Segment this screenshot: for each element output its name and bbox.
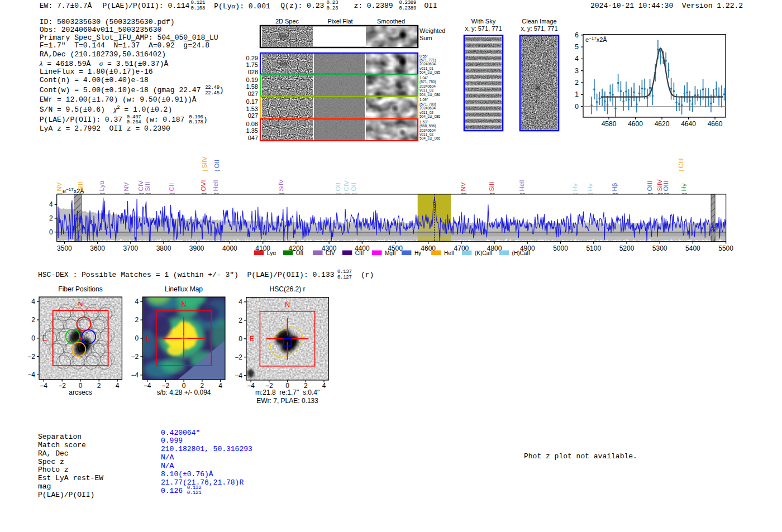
svg-text:2: 2	[97, 382, 101, 390]
svg-text:5100: 5100	[586, 245, 601, 252]
svg-text:2: 2	[135, 316, 139, 324]
svg-text:3: 3	[575, 67, 579, 75]
svg-text:{Hβ: {Hβ	[611, 183, 618, 194]
svg-text:4640: 4640	[681, 120, 696, 128]
svg-text:{CIV: {CIV	[343, 180, 350, 194]
svg-text:3500: 3500	[57, 245, 72, 252]
svg-text:4600: 4600	[628, 120, 643, 128]
svg-text:−2: −2	[58, 382, 66, 390]
svg-text:4660: 4660	[708, 120, 723, 128]
svg-text:N: N	[78, 300, 83, 308]
svg-text:−4: −4	[235, 372, 242, 380]
svg-text:0: 0	[31, 334, 35, 342]
svg-text:4620: 4620	[655, 120, 670, 128]
svg-text:+: +	[79, 335, 82, 342]
svg-text:{CII: {CII	[168, 183, 175, 194]
svg-text:0: 0	[135, 334, 139, 342]
svg-text:−4: −4	[144, 382, 151, 390]
svg-text:{SiII: {SiII	[144, 182, 151, 194]
svg-text:5: 5	[575, 43, 579, 51]
svg-text:0: 0	[575, 103, 579, 111]
svg-text:{HeII: {HeII	[212, 179, 219, 194]
svg-text:E: E	[42, 334, 47, 342]
svg-text:4: 4	[575, 55, 579, 63]
svg-text:{Lyα: {Lyα	[98, 180, 105, 194]
svg-text:−4: −4	[131, 371, 139, 379]
svg-text:−4: −4	[27, 371, 35, 378]
svg-text:−2: −2	[131, 353, 139, 361]
svg-text:{CIV: {CIV	[137, 180, 144, 194]
svg-text:{SiIV: {SiIV	[278, 179, 284, 194]
svg-text:{HeII: {HeII	[518, 179, 525, 194]
svg-text:{OII: {OII	[350, 183, 357, 194]
svg-text:0: 0	[49, 228, 53, 236]
svg-text:(H)CaII: (H)CaII	[512, 250, 530, 256]
svg-text:N: N	[285, 301, 290, 309]
svg-text:e−17x2Å: e−17x2Å	[585, 35, 607, 43]
svg-text:2: 2	[239, 317, 242, 324]
svg-text:3800: 3800	[156, 245, 171, 252]
svg-text:(K)CaII: (K)CaII	[475, 250, 493, 256]
svg-text:4: 4	[116, 382, 120, 390]
svg-text:−2: −2	[235, 353, 242, 361]
svg-text:{OVI: {OVI	[200, 180, 207, 194]
svg-text:OII: OII	[296, 250, 303, 256]
svg-text:Hγ: Hγ	[414, 250, 421, 256]
svg-text:−4: −4	[247, 382, 255, 390]
svg-text:4: 4	[135, 298, 139, 305]
svg-text:4: 4	[49, 200, 53, 208]
svg-text:2: 2	[31, 316, 35, 324]
svg-text:5500: 5500	[718, 245, 733, 252]
svg-text:−4: −4	[40, 382, 47, 390]
svg-text:3600: 3600	[90, 245, 105, 252]
svg-text:5400: 5400	[685, 245, 700, 252]
svg-text:0: 0	[239, 335, 242, 343]
svg-text:E: E	[146, 334, 150, 342]
svg-text:MgII: MgII	[385, 250, 395, 256]
svg-text:6: 6	[575, 31, 579, 39]
svg-text:3900: 3900	[189, 245, 204, 252]
svg-text:{SiIV: {SiIV	[201, 156, 208, 171]
svg-text:Lyα: Lyα	[267, 250, 276, 256]
svg-text:N: N	[182, 300, 187, 308]
svg-text:4: 4	[218, 382, 222, 390]
svg-text:5000: 5000	[553, 245, 568, 252]
svg-text:CIV: CIV	[326, 250, 335, 256]
svg-text:CIII: CIII	[355, 250, 364, 256]
svg-text:1: 1	[575, 90, 579, 98]
svg-text:5200: 5200	[619, 245, 635, 252]
svg-text:4000: 4000	[222, 245, 237, 252]
svg-text:{Hγ: {Hγ	[571, 183, 578, 194]
svg-text:3700: 3700	[123, 245, 138, 252]
svg-text:{OII: {OII	[213, 160, 220, 171]
svg-text:2: 2	[575, 79, 579, 87]
svg-text:{SiII: {SiII	[488, 182, 495, 194]
svg-text:E: E	[250, 335, 254, 343]
svg-text:{CIII: {CIII	[678, 159, 684, 171]
svg-text:4580: 4580	[602, 120, 617, 128]
svg-text:{OIII: {OIII	[646, 181, 653, 194]
svg-text:{Hγ: {Hγ	[680, 183, 687, 194]
svg-text:{NV: {NV	[123, 182, 130, 194]
svg-text:5300: 5300	[652, 245, 667, 252]
svg-text:{NV: {NV	[460, 182, 466, 194]
svg-text:{OIII: {OIII	[662, 181, 669, 194]
svg-text:{NV: {NV	[56, 182, 63, 194]
svg-text:HeII: HeII	[444, 250, 454, 256]
svg-text:4: 4	[31, 298, 35, 305]
svg-text:−2: −2	[27, 353, 35, 361]
svg-text:{Hγ: {Hγ	[586, 183, 593, 194]
svg-text:{OII: {OII	[335, 183, 341, 194]
svg-text:2: 2	[49, 214, 53, 222]
svg-text:4: 4	[239, 298, 242, 306]
svg-text:4: 4	[322, 382, 326, 390]
